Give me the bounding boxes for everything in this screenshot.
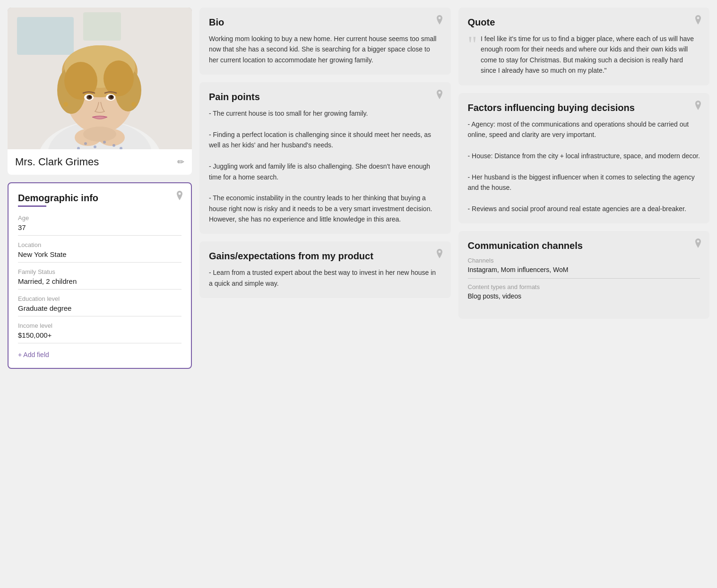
svg-point-12 — [64, 62, 97, 100]
field-label-family: Family Status — [18, 268, 181, 275]
quote-title: Quote — [468, 17, 700, 28]
svg-rect-3 — [83, 12, 121, 41]
bio-text: Working mom looking to buy a new home. H… — [209, 34, 441, 65]
field-value-age: 37 — [18, 223, 181, 236]
edit-icon[interactable]: ✏ — [177, 157, 184, 167]
field-label-location: Location — [18, 241, 181, 248]
pain-points-pin-icon — [436, 90, 443, 101]
svg-point-24 — [131, 102, 136, 107]
svg-point-28 — [112, 144, 115, 147]
gains-card: Gains/expectations from my product - Lea… — [199, 241, 451, 298]
pain-points-card: Pain points - The current house is too s… — [199, 82, 451, 234]
svg-point-22 — [83, 127, 116, 142]
bio-pin-icon — [436, 15, 443, 26]
quote-pin-icon — [694, 15, 702, 26]
content-value: Blog posts, videos — [468, 292, 700, 305]
quote-card: Quote " I feel like it's time for us to … — [458, 8, 710, 85]
field-label-age: Age — [18, 214, 181, 222]
gains-title: Gains/expectations from my product — [209, 251, 441, 262]
gains-pin-icon — [436, 249, 443, 260]
field-value-income: $150,000+ — [18, 331, 181, 343]
communication-card: Communication channels Channels Instagra… — [458, 231, 710, 319]
communication-title: Communication channels — [468, 240, 700, 251]
bio-card: Bio Working mom looking to buy a new hom… — [199, 8, 451, 75]
factors-card: Factors influencing buying decisions - A… — [458, 93, 710, 224]
channels-label: Channels — [468, 257, 700, 264]
pin-icon — [176, 191, 183, 202]
center-column: Bio Working mom looking to buy a new hom… — [199, 8, 451, 580]
bio-title: Bio — [209, 17, 441, 28]
factors-title: Factors influencing buying decisions — [468, 102, 700, 113]
pain-points-title: Pain points — [209, 92, 441, 102]
right-columns: Bio Working mom looking to buy a new hom… — [199, 8, 709, 580]
svg-rect-2 — [17, 17, 74, 55]
pain-points-text: - The current house is too small for her… — [209, 108, 441, 224]
persona-name: Mrs. Clark Grimes — [15, 156, 99, 168]
svg-point-26 — [94, 145, 96, 148]
right-column: Quote " I feel like it's time for us to … — [458, 8, 710, 580]
field-label-education: Education level — [18, 295, 181, 302]
svg-point-18 — [88, 95, 91, 98]
demographic-title: Demographic info — [18, 193, 181, 204]
svg-point-19 — [110, 95, 113, 98]
channels-value: Instagram, Mom influencers, WoM — [468, 266, 700, 279]
field-value-family: Married, 2 children — [18, 277, 181, 290]
demographic-fields: Age 37 Location New York State Family St… — [18, 214, 181, 343]
svg-point-23 — [63, 102, 68, 107]
communication-pin-icon — [694, 239, 702, 250]
demographic-card: Demographic info Age 37 Location New Yor… — [8, 182, 192, 369]
demographic-underline — [18, 205, 46, 207]
svg-point-25 — [84, 142, 87, 145]
content-label: Content types and formats — [468, 283, 700, 290]
field-value-location: New York State — [18, 250, 181, 263]
persona-name-row: Mrs. Clark Grimes ✏ — [8, 149, 192, 175]
field-value-education: Graduate degree — [18, 304, 181, 316]
quote-mark: " — [468, 35, 477, 53]
svg-point-27 — [103, 141, 106, 144]
add-field-button[interactable]: + Add field — [18, 351, 49, 358]
factors-pin-icon — [694, 101, 702, 112]
persona-card: Mrs. Clark Grimes ✏ — [8, 8, 192, 175]
field-label-income: Income level — [18, 322, 181, 329]
quote-content: " I feel like it's time for us to find a… — [468, 34, 700, 76]
svg-point-13 — [104, 60, 134, 96]
persona-image — [8, 8, 192, 149]
gains-text: - Learn from a trusted expert about the … — [209, 267, 441, 289]
factors-text: - Agency: most of the communications and… — [468, 119, 700, 214]
quote-text: I feel like it's time for us to find a b… — [481, 34, 700, 76]
left-column: Mrs. Clark Grimes ✏ Demographic info Age… — [8, 8, 192, 580]
